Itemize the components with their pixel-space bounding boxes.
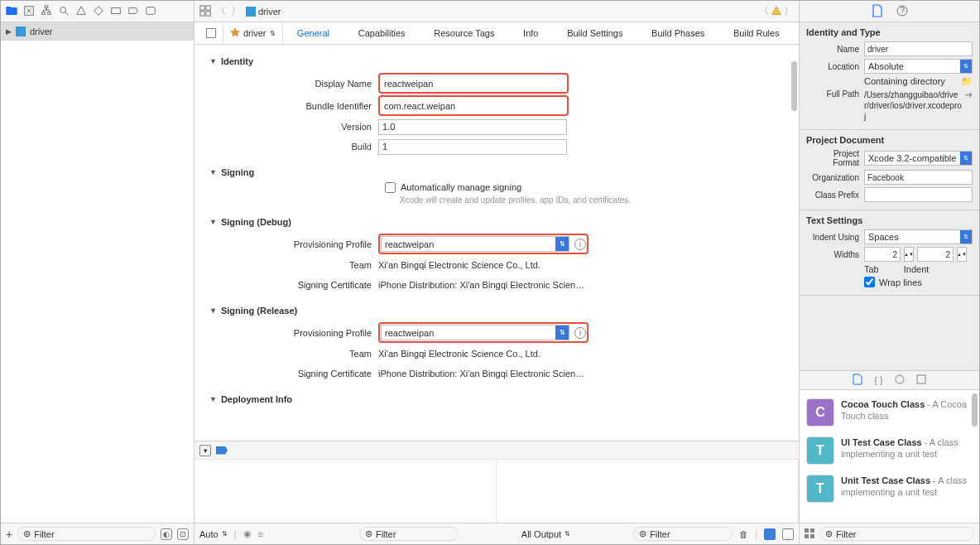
auto-popup[interactable]: Auto xyxy=(199,529,219,539)
folder-nav-icon[interactable] xyxy=(6,5,17,18)
grid-view-icon[interactable] xyxy=(805,528,814,540)
section-identity-header[interactable]: ▼ Identity xyxy=(209,51,782,71)
variables-filter-input[interactable]: ⊜ Filter xyxy=(359,527,459,541)
help-inspector-tab-icon[interactable]: ? xyxy=(896,5,908,18)
breadcrumb[interactable]: driver xyxy=(246,7,754,17)
file-template-tab-icon[interactable] xyxy=(853,374,862,387)
disclosure-arrow-icon[interactable]: ▶ xyxy=(6,27,12,36)
section-signing-release-header[interactable]: ▼ Signing (Release) xyxy=(209,301,782,321)
display-name-label: Display Name xyxy=(209,79,378,89)
auto-signing-label: Automatically manage signing xyxy=(401,182,521,192)
auto-signing-checkbox[interactable] xyxy=(385,182,396,193)
folder-choose-icon[interactable]: 📁 xyxy=(961,76,973,87)
section-deployment-header[interactable]: ▼ Deployment Info xyxy=(209,389,782,409)
section-signing-debug-header[interactable]: ▼ Signing (Debug) xyxy=(209,212,782,232)
reveal-icon[interactable]: ➜ xyxy=(965,89,973,122)
symbol-nav-icon[interactable] xyxy=(23,5,35,18)
updown-icon: ⇅ xyxy=(555,326,569,340)
target-tabs: driver ⇅ General Capabilities Resource T… xyxy=(195,22,799,45)
hierarchy-icon[interactable] xyxy=(41,5,52,18)
profile-debug-select[interactable]: reactweipan ⇅ xyxy=(381,236,569,252)
display-name-input[interactable] xyxy=(381,75,566,91)
clock-filter-icon[interactable]: ◐ xyxy=(161,528,172,540)
bundle-id-input[interactable] xyxy=(381,98,566,113)
section-signing-header[interactable]: ▼ Signing xyxy=(209,162,782,182)
trash-icon[interactable]: 🗑 xyxy=(739,529,748,539)
section-title: Signing (Debug) xyxy=(221,217,291,227)
library-filter-input[interactable]: ⊜ Filter xyxy=(819,527,974,541)
next-issue-button[interactable]: 〉 xyxy=(784,4,794,18)
output-popup[interactable]: All Output xyxy=(521,529,561,539)
tab-stepper[interactable]: ▲▼ xyxy=(904,247,914,262)
breakpoint-nav-icon[interactable] xyxy=(127,5,139,18)
disclosure-icon: ▼ xyxy=(209,306,217,315)
inspector-panel: ? Identity and Type Name LocationAbsolut… xyxy=(799,1,979,544)
library-item[interactable]: TUI Test Case Class - A class implementi… xyxy=(800,432,979,470)
console-filter-input[interactable]: ⊜ Filter xyxy=(633,527,733,541)
info-icon[interactable]: i xyxy=(574,327,586,339)
format-select[interactable]: Xcode 3.2-compatible⇅ xyxy=(864,151,973,166)
nav-forward-button[interactable]: 〉 xyxy=(231,4,241,18)
org-input[interactable] xyxy=(864,170,973,185)
wrap-lines-checkbox[interactable] xyxy=(864,277,875,287)
library-item-title: Unit Test Case Class xyxy=(841,475,930,485)
tab-width-input[interactable] xyxy=(864,247,901,262)
format-label: Project Format xyxy=(806,149,864,167)
media-library-tab-icon[interactable] xyxy=(916,374,926,386)
scm-filter-icon[interactable]: ⊡ xyxy=(177,528,189,540)
scrollbar[interactable] xyxy=(787,45,799,441)
report-nav-icon[interactable] xyxy=(145,5,156,18)
target-list-toggle[interactable] xyxy=(199,22,223,44)
svg-text:?: ? xyxy=(899,5,904,15)
add-button[interactable]: + xyxy=(6,528,12,541)
name-label: Name xyxy=(806,45,864,54)
code-template-tab-icon[interactable]: { } xyxy=(874,375,882,385)
object-library-tab-icon[interactable] xyxy=(895,374,905,386)
tree-root-label: driver xyxy=(30,27,53,36)
fullpath-value: /Users/zhangguibao/driver/driver/ios/dri… xyxy=(864,89,962,122)
nav-back-button[interactable]: 〈 xyxy=(216,4,226,18)
debug-nav-icon[interactable] xyxy=(110,5,122,18)
show-left-pane-icon[interactable] xyxy=(764,528,776,540)
related-items-icon[interactable] xyxy=(199,5,211,18)
search-nav-icon[interactable] xyxy=(58,5,70,18)
file-inspector-tab-icon[interactable] xyxy=(872,4,883,19)
list-icon[interactable]: ≡ xyxy=(258,529,263,539)
warning-icon[interactable] xyxy=(771,5,782,18)
target-selector[interactable]: driver ⇅ xyxy=(223,22,283,44)
toggle-variables-icon[interactable]: ▾ xyxy=(199,445,211,456)
tab-build-phases[interactable]: Build Phases xyxy=(645,28,711,38)
library-item[interactable]: CCocoa Touch Class - A Cocoa Touch class xyxy=(800,393,979,432)
location-select[interactable]: Absolute⇅ xyxy=(864,59,973,74)
show-right-pane-icon[interactable] xyxy=(782,528,794,540)
svg-rect-8 xyxy=(206,5,210,9)
tab-build-rules[interactable]: Build Rules xyxy=(727,28,786,38)
indent-stepper[interactable]: ▲▼ xyxy=(957,247,967,262)
tree-root-row[interactable]: ▶ driver xyxy=(1,22,194,41)
cert-debug-label: Signing Certificate xyxy=(209,280,378,290)
navigator-filter-input[interactable]: ⊜ Filter xyxy=(17,527,156,541)
filter-icon: ⊜ xyxy=(365,528,372,539)
tab-capabilities[interactable]: Capabilities xyxy=(352,28,412,38)
profile-release-select[interactable]: reactweipan ⇅ xyxy=(381,325,569,340)
test-nav-icon[interactable] xyxy=(93,5,104,18)
team-debug-value: Xi'an Bingqi Electronic Science Co., Ltd… xyxy=(378,260,540,270)
name-input[interactable] xyxy=(864,41,973,56)
prefix-input[interactable] xyxy=(864,187,973,202)
tab-general[interactable]: General xyxy=(291,28,336,38)
tab-build-settings[interactable]: Build Settings xyxy=(560,28,629,38)
tab-info[interactable]: Info xyxy=(516,28,545,38)
version-input[interactable] xyxy=(378,119,567,135)
tab-resource-tags[interactable]: Resource Tags xyxy=(427,28,501,38)
build-input[interactable] xyxy=(378,139,567,155)
indent-width-input[interactable] xyxy=(917,247,954,262)
info-icon[interactable]: i xyxy=(574,239,586,250)
eye-icon[interactable]: ◉ xyxy=(243,528,252,539)
issue-nav-icon[interactable] xyxy=(75,5,87,18)
profile-release-label: Provisioning Profile xyxy=(209,328,378,338)
indent-select[interactable]: Spaces⇅ xyxy=(864,229,973,244)
library-item[interactable]: TUnit Test Case Class - A class implemen… xyxy=(800,470,979,508)
breakpoint-tag-icon[interactable] xyxy=(216,446,228,455)
prev-issue-button[interactable]: 〈 xyxy=(759,4,769,18)
filter-icon: ⊜ xyxy=(23,528,31,539)
